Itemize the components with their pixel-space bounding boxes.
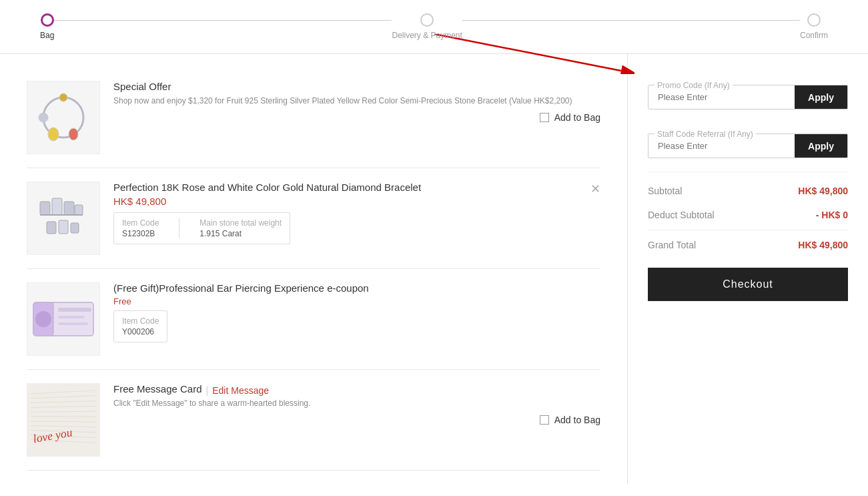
subtotal-value: HK$ 49,800	[798, 186, 848, 196]
item-code-group-ear: Item Code Y000206	[122, 316, 159, 336]
svg-point-3	[69, 128, 78, 140]
promo-code-apply-button[interactable]: Apply	[795, 85, 847, 109]
meta-divider	[179, 218, 179, 238]
item-meta-bracelet: Item Code S12302B Main stone total weigh…	[113, 212, 290, 244]
promo-code-label: Promo Code (If Any)	[655, 81, 733, 90]
deduct-row: Deduct Subtotal - HK$ 0	[648, 203, 848, 227]
step-circle-delivery	[420, 13, 434, 27]
add-to-bag-special-offer-label[interactable]: Add to Bag	[554, 112, 600, 123]
svg-rect-8	[75, 205, 83, 215]
grand-total-value: HK$ 49,800	[798, 240, 848, 250]
item-code-label: Item Code	[122, 218, 159, 228]
grand-total-label: Grand Total	[648, 240, 696, 250]
svg-rect-20	[27, 384, 99, 456]
svg-rect-7	[64, 202, 74, 215]
subtotal-label: Subtotal	[648, 186, 682, 196]
step-label-confirm: Confirm	[800, 31, 828, 40]
cart-item-special-offer: Special Offer Shop now and enjoy $1,320 …	[27, 67, 600, 168]
svg-point-4	[39, 113, 48, 122]
svg-rect-16	[58, 308, 91, 312]
checkout-button[interactable]: Checkout	[648, 268, 848, 301]
svg-rect-5	[40, 202, 50, 215]
item-name-message-card: Free Message Card	[113, 383, 202, 395]
item-code-value: S12302B	[122, 229, 155, 238]
remove-bracelet-button[interactable]: ✕	[590, 183, 600, 195]
coupon-icon	[30, 296, 97, 342]
item-image-bracelet	[27, 182, 100, 255]
staff-code-label: Staff Code Referral (If Any)	[655, 130, 756, 139]
add-to-bag-special-offer-container: Add to Bag	[540, 112, 600, 123]
item-details-message-card: Free Message Card | Edit Message Click "…	[100, 383, 600, 415]
svg-rect-10	[47, 222, 56, 234]
item-name-special-offer: Special Offer	[113, 81, 600, 92]
item-code-value-ear: Y000206	[122, 327, 154, 336]
svg-point-2	[48, 128, 59, 141]
summary-divider-top	[648, 172, 848, 172]
stone-weight-label: Main stone total weight	[199, 218, 282, 228]
svg-rect-6	[52, 198, 62, 215]
edit-message-link[interactable]: Edit Message	[212, 385, 269, 396]
step-confirm[interactable]: Confirm	[800, 13, 828, 40]
add-to-bag-message-card-label[interactable]: Add to Bag	[554, 415, 600, 425]
item-free-ear-piercing: Free	[113, 296, 600, 306]
item-image-ear-piercing	[27, 282, 100, 356]
item-meta-ear-piercing: Item Code Y000206	[113, 310, 167, 342]
message-card-icon: love you	[27, 383, 99, 457]
deduct-value: - HK$ 0	[816, 210, 848, 220]
deduct-label: Deduct Subtotal	[648, 210, 715, 220]
svg-point-1	[59, 93, 67, 101]
bracelet-charm-icon	[33, 87, 93, 148]
cart-item-ear-piercing: (Free Gift)Professional Ear Piercing Exp…	[27, 269, 600, 370]
subtotal-row: Subtotal HK$ 49,800	[648, 179, 848, 203]
staff-code-group: Staff Code Referral (If Any) Apply	[648, 123, 848, 158]
staff-code-apply-button[interactable]: Apply	[795, 134, 847, 158]
step-label-bag: Bag	[40, 31, 54, 40]
stone-weight-value: 1.915 Carat	[199, 229, 242, 238]
add-to-bag-message-card-checkbox[interactable]	[540, 415, 549, 425]
item-image-special-offer	[27, 81, 100, 154]
step-circle-confirm	[807, 13, 821, 27]
svg-rect-17	[58, 316, 85, 318]
add-to-bag-special-offer-checkbox[interactable]	[540, 113, 549, 122]
item-details-special-offer: Special Offer Shop now and enjoy $1,320 …	[100, 81, 600, 112]
item-name-ear-piercing: (Free Gift)Professional Ear Piercing Exp…	[113, 282, 600, 294]
cart-item-message-card: love you Free Message Card | Edit Messag…	[27, 370, 600, 471]
svg-rect-12	[71, 223, 79, 233]
svg-rect-11	[59, 220, 68, 234]
item-name-row-message-card: Free Message Card | Edit Message	[113, 383, 600, 397]
summary-section: Promo Code (If Any) Apply Staff Code Ref…	[628, 54, 868, 484]
item-desc-special-offer: Shop now and enjoy $1,320 for Fruit 925 …	[113, 95, 600, 107]
item-name-bracelet: Perfection 18K Rose and White Color Gold…	[113, 182, 600, 193]
step-circle-bag	[41, 13, 54, 27]
add-to-bag-message-card-container: Add to Bag	[540, 415, 600, 425]
progress-bar: Bag Delivery & Payment Confirm	[0, 0, 868, 54]
grand-total-row: Grand Total HK$ 49,800	[648, 233, 848, 257]
stone-weight-group: Main stone total weight 1.915 Carat	[199, 218, 282, 238]
pipe-separator: |	[206, 385, 209, 396]
item-code-group: Item Code S12302B	[122, 218, 159, 238]
diamond-bracelet-icon	[33, 188, 93, 248]
step-bag[interactable]: Bag	[40, 13, 54, 40]
summary-divider-bottom	[648, 230, 848, 230]
item-price-bracelet: HK$ 49,800	[113, 196, 600, 207]
svg-point-19	[35, 311, 51, 327]
cart-section: Special Offer Shop now and enjoy $1,320 …	[0, 54, 628, 484]
item-details-bracelet: Perfection 18K Rose and White Color Gold…	[100, 182, 600, 244]
item-image-message-card: love you	[27, 383, 100, 457]
cart-item-bracelet: Perfection 18K Rose and White Color Gold…	[27, 168, 600, 269]
item-code-label-ear: Item Code	[122, 316, 159, 326]
step-label-delivery: Delivery & Payment	[392, 31, 462, 40]
promo-code-group: Promo Code (If Any) Apply	[648, 74, 848, 109]
step-line-2	[462, 20, 800, 21]
main-layout: Special Offer Shop now and enjoy $1,320 …	[0, 54, 868, 484]
svg-rect-18	[58, 322, 88, 325]
item-desc-message-card: Click "Edit Message" to share a warm-hea…	[113, 397, 600, 409]
step-line-1	[54, 20, 392, 21]
step-delivery[interactable]: Delivery & Payment	[392, 13, 462, 40]
item-details-ear-piercing: (Free Gift)Professional Ear Piercing Exp…	[100, 282, 600, 342]
